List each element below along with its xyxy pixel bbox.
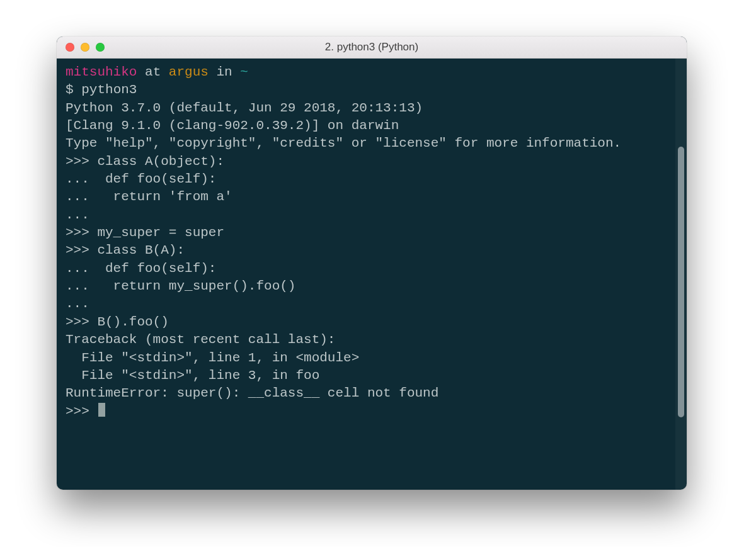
prompt-cwd: ~ (240, 65, 248, 79)
repl-line: >>> my_super = super (66, 225, 224, 240)
python-banner-line: [Clang 9.1.0 (clang-902.0.39.2)] on darw… (66, 118, 399, 133)
python-banner-line: Type "help", "copyright", "credits" or "… (66, 136, 621, 150)
traffic-lights (57, 43, 105, 52)
scrollbar-track[interactable] (675, 59, 687, 490)
repl-line: ... (66, 296, 89, 311)
repl-line: ... def foo(self): (66, 261, 216, 276)
close-icon[interactable] (66, 43, 74, 52)
error-line: RuntimeError: super(): __class__ cell no… (66, 386, 438, 400)
shell-prompt: $ (66, 82, 81, 97)
window-title: 2. python3 (Python) (57, 41, 687, 54)
prompt-host: argus (169, 65, 209, 79)
repl-line: ... def foo(self): (66, 172, 216, 186)
traceback-line: File "<stdin>", line 1, in <module> (66, 351, 359, 365)
repl-line: ... (66, 208, 89, 222)
prompt-at: at (137, 65, 168, 79)
repl-prompt: >>> (66, 404, 97, 419)
terminal-window: 2. python3 (Python) mitsuhiko at argus i… (57, 37, 687, 490)
repl-line: >>> B().foo() (66, 315, 169, 329)
shell-command: python3 (81, 82, 137, 97)
minimize-icon[interactable] (81, 43, 89, 52)
scrollbar-thumb[interactable] (678, 147, 684, 417)
repl-line: >>> class A(object): (66, 154, 224, 169)
repl-line: >>> class B(A): (66, 243, 185, 257)
cursor-icon (98, 403, 105, 417)
traceback-line: File "<stdin>", line 3, in foo (66, 368, 319, 383)
python-banner-line: Python 3.7.0 (default, Jun 29 2018, 20:1… (66, 101, 423, 115)
zoom-icon[interactable] (96, 43, 105, 52)
prompt-in: in (209, 65, 240, 79)
titlebar: 2. python3 (Python) (57, 37, 687, 59)
repl-line: ... return my_super().foo() (66, 279, 295, 293)
terminal-content[interactable]: mitsuhiko at argus in ~ $ python3 Python… (57, 59, 675, 490)
repl-line: ... return 'from a' (66, 189, 232, 204)
prompt-user: mitsuhiko (66, 65, 137, 79)
traceback-line: Traceback (most recent call last): (66, 332, 335, 347)
